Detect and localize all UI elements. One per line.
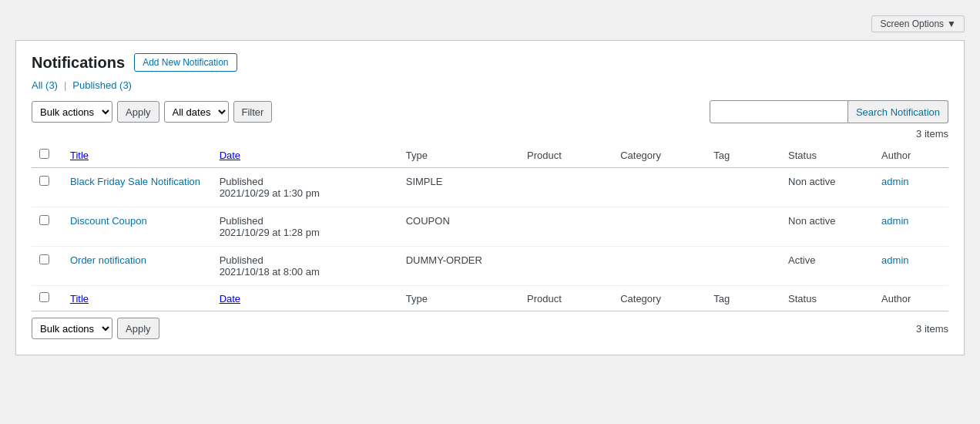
- row-category-2: [612, 247, 706, 286]
- column-header-tag: Tag: [706, 143, 780, 168]
- screen-options-label: Screen Options: [880, 19, 944, 29]
- table-row: Discount Coupon Published 2021/10/29 at …: [32, 207, 948, 247]
- row-type-0: SIMPLE: [398, 168, 519, 207]
- screen-options-arrow-icon: ▼: [947, 19, 956, 29]
- column-header-product: Product: [519, 143, 612, 168]
- table-row: Black Friday Sale Notification Published…: [32, 168, 948, 207]
- add-new-notification-button[interactable]: Add New Notification: [134, 53, 237, 72]
- row-date-status-2: Published: [220, 254, 263, 266]
- row-checkbox-1[interactable]: [39, 215, 49, 225]
- row-author-link-1[interactable]: admin: [881, 215, 908, 227]
- search-notification-button[interactable]: Search Notification: [848, 100, 948, 123]
- row-checkbox-2[interactable]: [39, 254, 49, 264]
- row-checkbox-0[interactable]: [39, 176, 49, 186]
- row-status-2: Active: [780, 247, 874, 286]
- row-tag-0: [706, 168, 780, 207]
- select-all-checkbox-top[interactable]: [39, 149, 49, 159]
- items-count-top: 3 items: [916, 128, 948, 140]
- row-status-1: Non active: [780, 207, 874, 247]
- column-header-status: Status: [780, 143, 874, 168]
- filter-links: All (3) | Published (3): [32, 79, 948, 91]
- row-title-link-2[interactable]: Order notification: [70, 254, 146, 266]
- row-product-0: [519, 168, 612, 207]
- bulk-actions-select-top[interactable]: Bulk actions: [32, 101, 112, 123]
- notifications-table: Title Date Type Product Category Tag Sta…: [32, 143, 948, 311]
- items-count-bottom: 3 items: [916, 323, 948, 335]
- row-author-link-0[interactable]: admin: [881, 176, 908, 187]
- row-date-value-0: 2021/10/29 at 1:30 pm: [220, 187, 320, 199]
- screen-options-button[interactable]: Screen Options ▼: [871, 15, 965, 32]
- published-filter-link[interactable]: Published (3): [72, 79, 132, 91]
- column-header-author: Author: [874, 143, 948, 168]
- bulk-actions-select-bottom[interactable]: Bulk actions: [32, 318, 112, 339]
- search-input[interactable]: [710, 100, 848, 123]
- column-footer-product: Product: [519, 286, 612, 311]
- row-title-link-0[interactable]: Black Friday Sale Notification: [70, 176, 200, 187]
- column-header-type: Type: [398, 143, 519, 168]
- column-header-category: Category: [612, 143, 706, 168]
- column-footer-category: Category: [612, 286, 706, 311]
- column-footer-title[interactable]: Title: [70, 293, 89, 305]
- row-category-1: [612, 207, 706, 247]
- row-product-1: [519, 207, 612, 247]
- row-author-link-2[interactable]: admin: [881, 254, 908, 266]
- column-header-date[interactable]: Date: [220, 150, 240, 161]
- row-tag-1: [706, 207, 780, 247]
- column-footer-author: Author: [874, 286, 948, 311]
- row-date-status-1: Published: [220, 215, 263, 227]
- column-footer-status: Status: [780, 286, 874, 311]
- row-type-1: COUPON: [398, 207, 519, 247]
- row-date-value-1: 2021/10/29 at 1:28 pm: [220, 227, 320, 238]
- column-footer-date[interactable]: Date: [220, 293, 240, 305]
- filter-button[interactable]: Filter: [233, 101, 273, 123]
- row-product-2: [519, 247, 612, 286]
- row-status-0: Non active: [780, 168, 874, 207]
- row-date-value-2: 2021/10/18 at 8:00 am: [220, 266, 320, 278]
- page-title: Notifications: [32, 54, 125, 72]
- row-date-status-0: Published: [220, 176, 263, 187]
- row-tag-2: [706, 247, 780, 286]
- apply-button-bottom[interactable]: Apply: [117, 318, 159, 339]
- select-all-checkbox-bottom[interactable]: [39, 292, 49, 302]
- table-row: Order notification Published 2021/10/18 …: [32, 247, 948, 286]
- date-filter-select[interactable]: All dates: [164, 101, 229, 123]
- all-filter-link[interactable]: All (3): [32, 79, 58, 91]
- row-category-0: [612, 168, 706, 207]
- column-footer-type: Type: [398, 286, 519, 311]
- column-footer-tag: Tag: [706, 286, 780, 311]
- column-header-title[interactable]: Title: [70, 150, 89, 161]
- row-title-link-1[interactable]: Discount Coupon: [70, 215, 147, 227]
- apply-button-top[interactable]: Apply: [117, 101, 159, 123]
- row-type-2: DUMMY-ORDER: [398, 247, 519, 286]
